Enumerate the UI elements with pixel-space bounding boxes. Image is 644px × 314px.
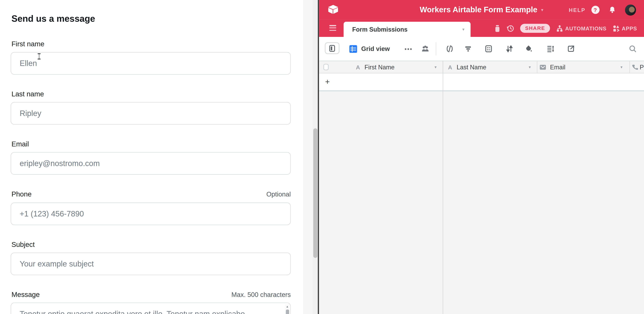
toolbar-divider: [436, 42, 436, 55]
hide-fields-button[interactable]: [446, 37, 454, 61]
column-caret-icon[interactable]: ▾: [620, 61, 622, 73]
apps-button[interactable]: APPS: [612, 25, 637, 32]
color-button[interactable]: [524, 37, 533, 61]
row-height-button[interactable]: [546, 37, 554, 61]
view-sidebar-toggle-button[interactable]: [325, 42, 340, 54]
window-edge-divider: [318, 0, 319, 314]
share-view-button[interactable]: [567, 37, 575, 61]
automations-icon: [556, 25, 564, 32]
message-maxchars-note: Max. 500 characters: [232, 291, 291, 298]
frozen-column-divider: [443, 61, 443, 314]
page-scrollbar[interactable]: [312, 0, 318, 314]
field-type-text-icon: A: [356, 61, 360, 73]
trash-icon[interactable]: [494, 25, 501, 32]
text-cursor-ibeam: [37, 53, 41, 60]
first-name-label: First name: [12, 40, 44, 48]
color-icon: [524, 45, 533, 53]
view-name-label: Grid view: [361, 45, 390, 53]
ellipsis-icon: •••: [404, 46, 412, 52]
column-caret-icon[interactable]: ▾: [434, 61, 436, 73]
active-table-name: Form Submissions: [352, 22, 408, 37]
sort-icon: [506, 45, 514, 53]
automations-label: AUTOMATIONS: [565, 25, 607, 32]
tab-form-submissions[interactable]: Form Submissions ▾: [344, 22, 471, 37]
last-name-label: Last name: [12, 90, 44, 98]
form-title: Send us a message: [12, 14, 95, 24]
sidebar-toggle-icon: [328, 44, 336, 52]
group-button[interactable]: [484, 37, 493, 61]
phone-optional-note: Optional: [266, 191, 291, 198]
view-name[interactable]: Grid view: [361, 37, 390, 61]
tab-bar-right-cluster: SHARE AUTOMATIONS: [494, 20, 637, 37]
message-text: Tenetur optio quaerat expedita vero et i…: [20, 309, 245, 314]
user-avatar[interactable]: [625, 4, 636, 15]
search-button[interactable]: [629, 37, 637, 61]
screenshot: Send us a message First name Last name E…: [0, 0, 644, 314]
column-header-first-name[interactable]: First Name: [364, 61, 394, 73]
filter-button[interactable]: [464, 37, 472, 61]
collaborators-icon: [421, 45, 430, 53]
help-button[interactable]: HELP: [569, 7, 586, 13]
field-type-email-icon: [540, 61, 546, 73]
column-divider: [630, 61, 630, 73]
share-view-icon: [567, 45, 575, 53]
column-header-phone[interactable]: Phone: [640, 61, 644, 73]
last-name-input[interactable]: [10, 102, 291, 125]
grid-header-row: A First Name ▾ A Last Name ▾ Email ▾: [319, 61, 644, 73]
sort-button[interactable]: [506, 37, 514, 61]
table-caret-icon[interactable]: ▾: [462, 22, 464, 37]
sidebar-menu-icon[interactable]: [329, 25, 336, 31]
search-icon: [629, 45, 637, 53]
airtable-window: Workers Airtable Form Example ▾ HELP ? F…: [319, 0, 644, 314]
add-record-row[interactable]: +: [319, 74, 644, 92]
apps-icon: [612, 25, 620, 32]
table-tab-bar: Form Submissions ▾ SHARE: [319, 20, 644, 37]
scroll-up-arrow-icon[interactable]: ▲: [285, 305, 290, 308]
group-icon: [484, 45, 493, 53]
view-toolbar: Grid view •••: [319, 37, 644, 61]
column-divider: [537, 61, 537, 73]
share-button[interactable]: SHARE: [520, 24, 550, 33]
subject-label: Subject: [12, 241, 35, 249]
grid-view-icon: [349, 45, 357, 53]
subject-input[interactable]: [10, 252, 291, 275]
hide-fields-icon: [446, 45, 454, 53]
form-page-gutter: [303, 0, 312, 314]
column-caret-icon[interactable]: ▾: [529, 61, 531, 73]
grid-view-button[interactable]: [349, 37, 357, 61]
field-type-phone-icon: [632, 61, 638, 73]
filter-icon: [464, 45, 472, 53]
notifications-bell-icon[interactable]: [608, 6, 616, 14]
first-name-input[interactable]: [10, 52, 291, 75]
message-scrollbar[interactable]: ▲: [285, 304, 290, 314]
message-textarea[interactable]: Tenetur optio quaerat expedita vero et i…: [10, 302, 291, 314]
contact-form-pane: Send us a message First name Last name E…: [0, 0, 303, 314]
email-label: Email: [12, 140, 29, 148]
topbar-right-cluster: HELP ?: [569, 0, 636, 20]
select-all-checkbox[interactable]: [324, 64, 328, 70]
column-header-email[interactable]: Email: [550, 61, 565, 73]
message-label: Message: [12, 291, 40, 299]
add-record-plus-icon[interactable]: +: [325, 74, 330, 90]
message-scrollbar-thumb[interactable]: [286, 309, 289, 314]
column-header-last-name[interactable]: Last Name: [457, 61, 486, 73]
apps-label: APPS: [622, 25, 637, 32]
automations-button[interactable]: AUTOMATIONS: [556, 25, 607, 32]
scaled-canvas: Send us a message First name Last name E…: [0, 0, 644, 314]
phone-input[interactable]: [10, 203, 291, 225]
base-title-caret-icon[interactable]: ▾: [541, 7, 543, 13]
collaborators-button[interactable]: [421, 37, 430, 61]
email-input[interactable]: [10, 152, 291, 175]
airtable-topbar: Workers Airtable Form Example ▾ HELP ?: [319, 0, 644, 20]
view-options-button[interactable]: •••: [404, 37, 412, 61]
page-scrollbar-thumb[interactable]: [313, 128, 317, 258]
phone-label: Phone: [12, 190, 32, 198]
base-title[interactable]: Workers Airtable Form Example: [420, 5, 537, 14]
history-icon[interactable]: [507, 25, 514, 32]
help-question-icon[interactable]: ?: [591, 6, 599, 14]
row-height-icon: [546, 45, 554, 53]
field-type-text-icon: A: [448, 61, 452, 73]
